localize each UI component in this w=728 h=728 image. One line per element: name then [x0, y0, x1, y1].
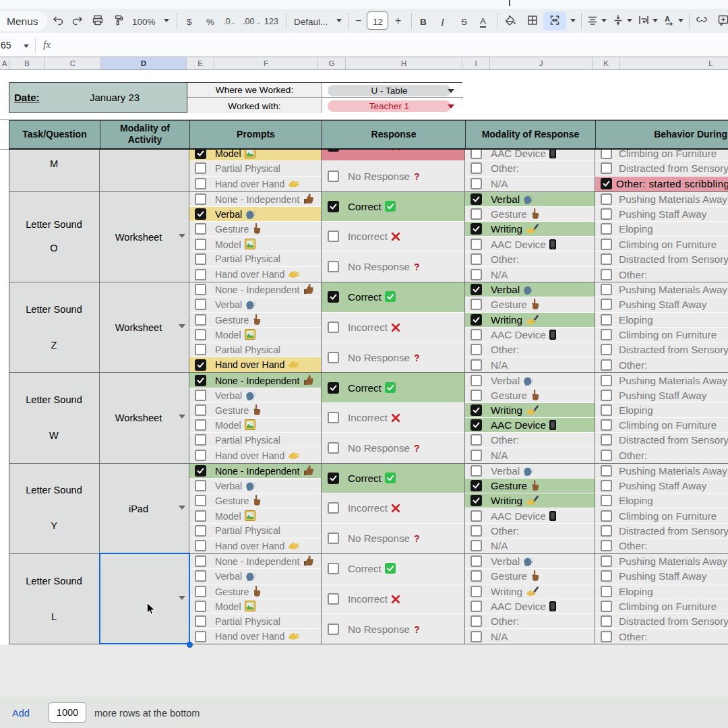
svg-text:A: A: [665, 15, 670, 23]
